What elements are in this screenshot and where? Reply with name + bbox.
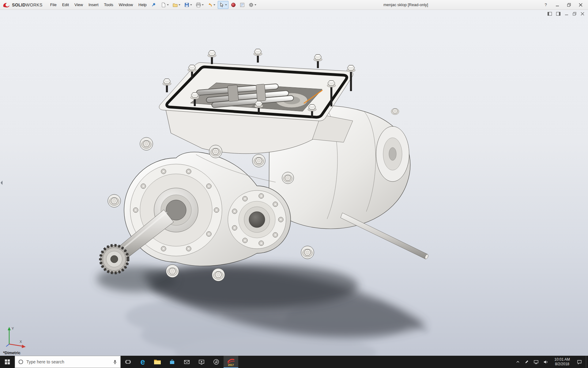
restore-button[interactable]	[567, 2, 571, 7]
menu-window[interactable]: Window	[116, 0, 136, 10]
pushpin-icon	[151, 2, 156, 7]
select-tool-button[interactable]	[218, 1, 228, 9]
dropdown-caret-icon[interactable]	[167, 4, 169, 6]
taskbar-app-movies-tv[interactable]	[194, 356, 209, 368]
close-icon	[581, 12, 584, 16]
pane-right-icon	[556, 12, 560, 16]
search-input[interactable]	[26, 359, 110, 364]
dropdown-caret-icon[interactable]	[254, 4, 256, 6]
dropdown-caret-icon[interactable]	[190, 4, 192, 6]
select-cursor-icon	[219, 2, 224, 7]
taskbar-clock[interactable]: 10:01 AM 8/2/2018	[551, 356, 573, 368]
menubar: File Edit View Insert Tools Window Help	[47, 0, 149, 10]
clock-time: 10:01 AM	[554, 357, 570, 362]
menu-tools[interactable]: Tools	[101, 0, 116, 10]
taskbar-app-store[interactable]	[165, 356, 179, 368]
windows-taskbar: e	[0, 356, 588, 368]
restore-icon	[573, 12, 576, 16]
print-button[interactable]	[194, 1, 205, 9]
pane-right-button[interactable]	[556, 12, 560, 16]
menu-file[interactable]: File	[47, 0, 59, 10]
system-tray	[513, 356, 551, 368]
window-controls: ?	[543, 2, 586, 7]
gear-icon	[249, 2, 254, 7]
new-document-icon	[161, 2, 166, 7]
gearbox-3d-model[interactable]	[0, 10, 588, 356]
save-button[interactable]	[183, 1, 194, 9]
taskbar-app-file-explorer[interactable]	[150, 356, 165, 368]
network-icon	[533, 360, 539, 364]
dropdown-caret-icon[interactable]	[225, 4, 227, 6]
pane-left-icon	[548, 12, 552, 16]
document-title: menjac sklop [Read-only]	[383, 0, 428, 10]
view-orientation-label: *Dimetric	[3, 351, 21, 355]
solidworks-app-icon: 2017	[226, 357, 236, 366]
document-window-controls	[548, 12, 584, 16]
solidworks-app-window: SOLIDWORKS File Edit View Insert Tools W…	[0, 0, 588, 368]
close-document-button[interactable]	[581, 12, 584, 16]
brand-text: SOLIDWORKS	[12, 2, 43, 7]
appearance-button[interactable]	[229, 1, 237, 9]
dropdown-caret-icon[interactable]	[202, 4, 204, 6]
taskbar-app-groove-music[interactable]	[209, 356, 224, 368]
microphone-icon[interactable]	[113, 359, 117, 364]
new-document-button[interactable]	[160, 1, 170, 9]
dropdown-caret-icon[interactable]	[179, 4, 180, 6]
taskbar-app-edge[interactable]: e	[135, 356, 150, 368]
chevron-left-icon	[0, 180, 3, 186]
clock-date: 8/2/2018	[555, 362, 569, 366]
featuremanager-flyout-arrow[interactable]	[0, 179, 4, 187]
output-shaft[interactable]	[341, 213, 429, 259]
start-button[interactable]	[0, 356, 15, 368]
triad-x-label: X	[20, 340, 22, 343]
network-tray-button[interactable]	[533, 360, 539, 364]
menu-insert[interactable]: Insert	[86, 0, 101, 10]
titlebar: SOLIDWORKS File Edit View Insert Tools W…	[0, 0, 588, 10]
open-folder-icon	[173, 2, 178, 7]
save-icon	[184, 2, 189, 7]
show-desktop-button[interactable]	[586, 356, 588, 368]
taskbar-search-box[interactable]	[15, 356, 121, 368]
action-center-icon	[577, 359, 582, 365]
hidden-icons-button[interactable]	[516, 360, 520, 364]
task-view-button[interactable]	[121, 356, 135, 368]
document-properties-button[interactable]	[238, 1, 246, 9]
menu-edit[interactable]: Edit	[59, 0, 72, 10]
cortana-search-icon	[18, 359, 24, 365]
store-icon	[169, 358, 175, 365]
dropdown-caret-icon[interactable]	[213, 4, 215, 6]
solidworks-logo: SOLIDWORKS	[2, 2, 43, 8]
brand-solid: SOLID	[12, 2, 26, 7]
triad-y-label: Y	[12, 327, 14, 330]
movies-tv-icon	[198, 358, 205, 365]
graphics-area[interactable]: Y X *Dimetric	[0, 10, 588, 356]
restore-document-button[interactable]	[573, 12, 576, 16]
close-button[interactable]	[578, 2, 583, 7]
taskbar-app-solidworks[interactable]: 2017	[224, 356, 238, 368]
taskbar-app-mail[interactable]	[179, 356, 194, 368]
menu-view[interactable]: View	[72, 0, 86, 10]
minimize-document-button[interactable]	[565, 12, 568, 16]
chevron-up-icon	[516, 360, 520, 364]
help-button[interactable]: ?	[543, 2, 548, 7]
minimize-button[interactable]	[555, 2, 560, 7]
task-view-icon	[125, 359, 131, 365]
volume-tray-button[interactable]	[543, 360, 548, 364]
pen-tray-button[interactable]	[525, 360, 529, 364]
orientation-triad: Y X	[4, 325, 29, 350]
windows-logo-icon	[5, 359, 10, 365]
file-explorer-icon	[154, 359, 161, 365]
pin-menubar-button[interactable]	[151, 2, 156, 7]
action-center-button[interactable]	[573, 356, 586, 368]
red-sphere-icon	[231, 2, 236, 7]
undo-button[interactable]	[206, 1, 217, 9]
menu-help[interactable]: Help	[136, 0, 149, 10]
groove-music-icon	[213, 358, 220, 365]
minimize-icon	[556, 3, 559, 7]
options-button[interactable]	[247, 1, 258, 9]
pane-left-button[interactable]	[548, 12, 552, 16]
document-properties-icon	[240, 2, 245, 7]
solidworks-year-label: 2017	[228, 363, 234, 366]
open-button[interactable]	[171, 1, 182, 9]
minimize-icon	[565, 12, 568, 16]
